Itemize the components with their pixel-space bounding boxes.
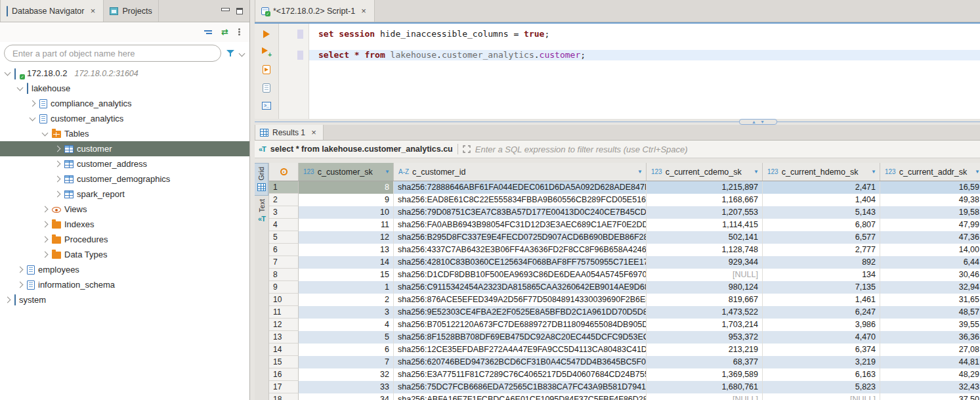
chevron-down-icon[interactable] (5, 69, 11, 76)
grid-cell[interactable]: [NULL] (763, 393, 880, 400)
column-header-c_customer_sk[interactable]: 123c_customer_sk (299, 163, 394, 181)
grid-cell[interactable]: 6,247 (763, 306, 880, 319)
chevron-right-icon[interactable] (17, 267, 24, 273)
grid-cell[interactable]: 14,00 (880, 244, 980, 256)
row-number[interactable]: 13 (269, 331, 299, 344)
grid-cell[interactable]: sha256:79D08751C3EA7C83BA57D177E00413D0C… (394, 206, 647, 219)
view-menu-icon[interactable] (238, 28, 240, 37)
grid-cell[interactable]: 39,55 (880, 319, 980, 331)
grid-cell[interactable]: 6,44 (880, 256, 980, 269)
grid-cell[interactable]: 1,168,667 (647, 194, 763, 206)
grid-cell[interactable]: 37,50 (880, 393, 980, 400)
maximize-icon[interactable] (236, 8, 243, 14)
row-number[interactable]: 2 (269, 194, 299, 206)
grid-cell[interactable]: 929,344 (647, 256, 763, 269)
column-header-c_customer_id[interactable]: A-Zc_customer_id (394, 163, 647, 181)
grid-cell[interactable]: 502,141 (647, 231, 763, 244)
row-number[interactable]: 9 (269, 281, 299, 294)
grid-cell[interactable]: 6 (299, 344, 394, 356)
grid-cell[interactable]: 8 (299, 181, 394, 194)
row-number[interactable]: 7 (269, 256, 299, 269)
grid-cell[interactable]: 4,470 (763, 331, 880, 344)
grid-cell[interactable]: 13 (299, 244, 394, 256)
row-number[interactable]: 12 (269, 319, 299, 331)
grid-cell[interactable]: 1,128,748 (647, 244, 763, 256)
grid-cell[interactable]: 30,46 (880, 269, 980, 281)
grid-cell[interactable]: 2,471 (763, 181, 880, 194)
chevron-right-icon[interactable] (54, 146, 61, 152)
grid-cell[interactable]: 48,57 (880, 306, 980, 319)
close-icon[interactable] (359, 6, 368, 16)
grid-corner-cell[interactable] (269, 163, 299, 181)
grid-cell[interactable]: sha256:4337C7AB6432E3B06FF4A3636FD2F8CC8… (394, 244, 647, 256)
row-number[interactable]: 8 (269, 269, 299, 281)
tree-item-customer-demographics[interactable]: customer_demographics (0, 171, 249, 187)
grid-cell[interactable]: 3,219 (763, 356, 880, 368)
row-number[interactable]: 15 (269, 356, 299, 368)
grid-cell[interactable]: sha256:C9115342454A2323DA815865CAA326064… (394, 281, 647, 294)
collapse-up-icon[interactable]: ▲ (752, 120, 756, 124)
column-header-c_current_hdemo_sk[interactable]: 123c_current_hdemo_sk (763, 163, 880, 181)
splitter-collapse-widget[interactable]: ▲ ▼ (739, 119, 777, 125)
grid-cell[interactable]: sha256:B295D8FC337E9E4FECD0725D907ACD6B6… (394, 231, 647, 244)
editor-results-splitter[interactable]: ▲ ▼ (255, 119, 980, 125)
tree-item-172.18.0.2[interactable]: 172.18.0.2172.18.0.2:31604 (0, 66, 249, 81)
chevron-right-icon[interactable] (17, 282, 24, 288)
grid-cell[interactable]: 3,986 (763, 319, 880, 331)
grid-cell[interactable]: sha256:EAD8E61C8C22E555834FBBA9B60556CB2… (394, 194, 647, 206)
grid-cell[interactable]: 19,58 (880, 206, 980, 219)
presentation-tab-grid[interactable]: Grid (255, 163, 268, 196)
sort-dropdown-icon[interactable] (385, 169, 390, 175)
code-line[interactable] (309, 39, 980, 50)
chevron-right-icon[interactable] (42, 221, 49, 228)
collapse-all-icon[interactable] (204, 29, 212, 35)
tree-item-spark-report[interactable]: spark_report (0, 187, 249, 202)
grid-cell[interactable]: 33 (299, 381, 394, 393)
grid-cell[interactable]: 9 (299, 194, 394, 206)
grid-cell[interactable]: sha256:E3A77511F81C7289C76C4065217D5D406… (394, 368, 647, 381)
sort-dropdown-icon[interactable] (871, 169, 876, 175)
grid-cell[interactable]: sha256:B705122120A673FC7DE6889727DB11809… (394, 319, 647, 331)
grid-cell[interactable]: 34 (299, 393, 394, 400)
grid-cell[interactable]: sha256:8F1528BB708DF69EB475DC92A8C20EC44… (394, 331, 647, 344)
tree-item-system[interactable]: system (0, 292, 249, 307)
tree-item-compliance-analytics[interactable]: compliance_analytics (0, 96, 249, 111)
grid-cell[interactable]: 2,777 (763, 244, 880, 256)
row-number[interactable]: 6 (269, 244, 299, 256)
grid-cell[interactable]: 32 (299, 368, 394, 381)
execute-new-tab-icon[interactable] (262, 47, 271, 56)
row-number[interactable]: 3 (269, 206, 299, 219)
grid-cell[interactable]: 980,124 (647, 281, 763, 294)
grid-cell[interactable]: sha256:D1CDF8DBB10F500EA9693C86DE6DEAA05… (394, 269, 647, 281)
grid-cell[interactable]: 11 (299, 219, 394, 231)
grid-cell[interactable]: sha256:620746BED947362BCD6CF31B0A4C547DD… (394, 356, 647, 368)
grid-cell[interactable]: 134 (763, 269, 880, 281)
column-header-c_current_addr_sk[interactable]: 123c_current_addr_sk (880, 163, 980, 181)
grid-cell[interactable]: sha256:ABFA16E7F1FCBDCA6E01CF1095D84F37C… (394, 393, 647, 400)
row-number[interactable]: 17 (269, 381, 299, 393)
code-line[interactable]: set session hide_inaccessible_columns = … (309, 29, 980, 39)
chevron-down-icon[interactable] (239, 50, 245, 56)
grid-cell[interactable]: 3 (299, 306, 394, 319)
grid-cell[interactable]: 5 (299, 331, 394, 344)
grid-cell[interactable]: 6,163 (763, 368, 880, 381)
close-icon[interactable] (309, 127, 318, 137)
chevron-right-icon[interactable] (30, 100, 36, 107)
grid-cell[interactable]: 47,36 (880, 231, 980, 244)
chevron-right-icon[interactable] (5, 297, 11, 303)
collapse-down-icon[interactable]: ▼ (760, 120, 765, 124)
chevron-right-icon[interactable] (42, 206, 49, 213)
tree-item-lakehouse[interactable]: lakehouse (0, 81, 249, 96)
tab-script-1[interactable]: *<172.18.0.2> Script-1 (255, 0, 375, 22)
row-number[interactable]: 1 (269, 181, 299, 194)
chevron-down-icon[interactable] (17, 84, 24, 91)
grid-cell[interactable]: sha256:876ACE5EFED349A2D56F77D5084891433… (394, 294, 647, 306)
grid-cell[interactable]: 1,680,761 (647, 381, 763, 393)
grid-cell[interactable]: 953,372 (647, 331, 763, 344)
grid-cell[interactable]: 14 (299, 256, 394, 269)
filter-funnel-icon[interactable] (226, 49, 234, 57)
grid-cell[interactable]: 31,65 (880, 294, 980, 306)
grid-cell[interactable]: 1,207,553 (647, 206, 763, 219)
sort-dropdown-icon[interactable] (637, 169, 643, 175)
chevron-down-icon[interactable] (30, 114, 36, 121)
